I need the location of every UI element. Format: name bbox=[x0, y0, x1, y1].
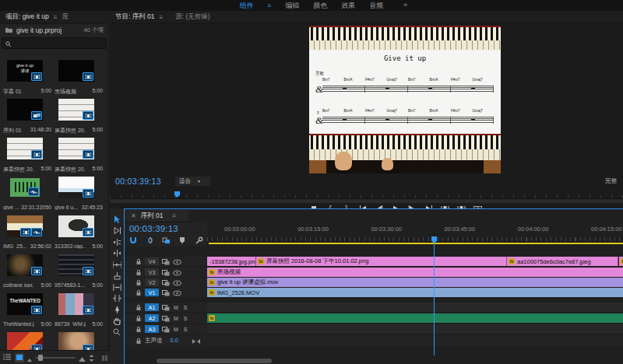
master-track-header[interactable]: 主声道0.0 bbox=[125, 335, 207, 345]
project-item[interactable]: IMG_25...32:56:02 bbox=[3, 215, 51, 237]
track-header-a3[interactable]: A3MS bbox=[125, 324, 207, 334]
hand-tool[interactable] bbox=[112, 317, 122, 326]
film-badge-icon[interactable] bbox=[31, 150, 42, 159]
track-target-a3[interactable]: A3 bbox=[145, 325, 159, 333]
project-item[interactable]: 屏幕快照 20...5:00 bbox=[55, 138, 103, 159]
search-input[interactable] bbox=[2, 37, 107, 49]
item-name[interactable]: TheWanted.jpg bbox=[3, 321, 34, 327]
item-thumbnail[interactable] bbox=[58, 215, 94, 237]
project-item[interactable]: give it up 讲课字幕 015:00 bbox=[3, 60, 51, 82]
workspace-tab-组件[interactable]: 组件 bbox=[240, 1, 254, 11]
film-badge-icon[interactable] bbox=[31, 306, 42, 314]
item-name[interactable]: 313302-rap... bbox=[55, 243, 86, 249]
item-name[interactable]: IMG_25... bbox=[3, 243, 27, 249]
timeline-clip[interactable]: fxgive it up 讲课虚拟.mov bbox=[207, 278, 623, 287]
fx-badge-icon[interactable]: fx bbox=[209, 289, 215, 296]
mute-button[interactable]: M bbox=[173, 305, 179, 310]
solo-button[interactable]: S bbox=[182, 316, 188, 321]
timeline-clip[interactable]: fxaa100075de6c0ac7e87.jpeg bbox=[507, 257, 618, 266]
item-thumbnail[interactable]: give it up 讲课 bbox=[7, 60, 43, 82]
sync-lock-icon[interactable] bbox=[162, 285, 170, 299]
item-name[interactable]: give ... bbox=[3, 205, 19, 210]
timeline-clip[interactable]: fx bbox=[207, 313, 623, 323]
razor-tool[interactable] bbox=[112, 271, 122, 281]
track-lane-v2[interactable]: fxgive it up 讲课虚拟.mov bbox=[207, 278, 623, 287]
film-badge-icon[interactable] bbox=[20, 228, 31, 236]
sort-icon[interactable] bbox=[89, 351, 94, 364]
timeline-clip[interactable]: fx屏幕快照 2016-08-08 下午10.01.02.png bbox=[256, 257, 507, 266]
fx-badge-icon[interactable]: fx bbox=[209, 315, 215, 321]
lock-icon[interactable] bbox=[136, 334, 142, 348]
track-target-v2[interactable]: V2 bbox=[145, 278, 159, 286]
rolling-edit-tool[interactable] bbox=[112, 249, 122, 258]
monitor-scrollbar[interactable] bbox=[110, 199, 623, 203]
film-badge-icon[interactable] bbox=[83, 72, 93, 81]
track-target-v4[interactable]: V4 bbox=[145, 257, 159, 265]
track-lane-a2[interactable]: fx bbox=[207, 313, 623, 323]
lock-icon[interactable] bbox=[136, 285, 142, 299]
panel-menu-icon[interactable]: ≡ bbox=[155, 14, 168, 21]
track-lane-a1[interactable] bbox=[207, 303, 623, 312]
track-lane-a3[interactable] bbox=[207, 324, 623, 334]
fx-badge-icon[interactable]: fx bbox=[209, 269, 215, 275]
item-name[interactable]: 屏幕快照 20... bbox=[3, 166, 34, 173]
workspace-tab-编辑[interactable]: 编辑 bbox=[285, 1, 299, 11]
item-thumbnail[interactable] bbox=[7, 215, 43, 237]
item-thumbnail[interactable] bbox=[58, 60, 94, 82]
film-badge-icon[interactable] bbox=[31, 72, 42, 81]
zoom-in-icon[interactable] bbox=[79, 351, 86, 364]
pen-tool[interactable] bbox=[112, 305, 122, 314]
track-target-a2[interactable]: A2 bbox=[145, 314, 159, 322]
workspace-tab-效果[interactable]: 效果 bbox=[341, 1, 355, 11]
item-name[interactable]: 屏幕快照 20... bbox=[55, 166, 86, 173]
collapse-icon[interactable] bbox=[192, 334, 200, 348]
item-name[interactable]: 屏幕快照 20... bbox=[55, 127, 86, 135]
zoom-out-icon[interactable] bbox=[27, 351, 32, 364]
project-item[interactable]: 313302-rap...5:00 bbox=[55, 215, 103, 237]
workspace-overflow-chevron[interactable]: » bbox=[403, 1, 407, 9]
item-thumbnail[interactable] bbox=[58, 254, 94, 276]
item-thumbnail[interactable] bbox=[10, 178, 40, 197]
solo-button[interactable]: S bbox=[182, 305, 188, 310]
track-lane-v1[interactable]: fxIMG_2526.MOV bbox=[207, 288, 623, 297]
fx-badge-icon[interactable]: fx bbox=[209, 279, 215, 285]
tab-source-monitor[interactable]: 源: (无剪辑) bbox=[175, 12, 209, 22]
item-name[interactable]: 9574583-1... bbox=[55, 282, 85, 288]
project-item[interactable]: 86739_WM.jpg5:00 bbox=[55, 293, 103, 315]
zoom-level-dropdown[interactable]: 适合 ▼ bbox=[175, 177, 210, 186]
item-name[interactable]: 序列 01 bbox=[3, 127, 22, 135]
audio-badge-icon[interactable] bbox=[31, 228, 42, 236]
item-thumbnail[interactable]: TheWANTED bbox=[7, 293, 43, 315]
master-level-value[interactable]: 0.0 bbox=[171, 337, 178, 344]
track-select-forward-tool[interactable] bbox=[112, 226, 122, 236]
mute-button[interactable]: M bbox=[173, 316, 179, 321]
audio-badge-icon[interactable] bbox=[28, 187, 39, 196]
track-target-v1[interactable]: V1 bbox=[145, 289, 159, 296]
sync-lock-icon[interactable] bbox=[162, 322, 170, 336]
project-item[interactable]: 屏幕快照 20...5:00 bbox=[55, 99, 103, 121]
workspace-tab-颜色[interactable]: 颜色 bbox=[313, 1, 327, 11]
project-item[interactable]: 屏幕快照 20...5:00 bbox=[3, 138, 51, 159]
workspace-tab-音频[interactable]: 音频 bbox=[369, 1, 383, 11]
track-lane-v4[interactable]: -15387238.jpg.pngfx屏幕快照 2016-08-08 下午10.… bbox=[207, 257, 623, 266]
film-badge-icon[interactable] bbox=[83, 267, 93, 275]
film-badge-icon[interactable] bbox=[83, 111, 93, 120]
timeline-clip[interactable]: -15387238.jpg.png bbox=[207, 257, 256, 266]
item-thumbnail[interactable] bbox=[58, 293, 94, 315]
film-badge-icon[interactable] bbox=[83, 306, 93, 314]
tab-program-monitor[interactable]: 节目: 序列 01 bbox=[110, 12, 155, 22]
item-thumbnail[interactable] bbox=[7, 138, 43, 159]
mute-button[interactable]: M bbox=[173, 327, 179, 332]
item-name[interactable]: give it u... bbox=[55, 205, 78, 210]
project-item[interactable]: 序列 0131:48:20 bbox=[3, 99, 51, 121]
tab-library[interactable]: 库 bbox=[62, 12, 69, 22]
project-bin-row[interactable]: give it up.prproj 40 个项 bbox=[0, 24, 107, 37]
item-name[interactable]: 黑场视频 bbox=[55, 88, 76, 96]
project-item[interactable]: give it u...32:45:23 bbox=[55, 177, 103, 198]
film-badge-icon[interactable] bbox=[31, 267, 42, 275]
tab-project[interactable]: 项目: give it up bbox=[0, 12, 49, 22]
icon-view-button[interactable] bbox=[15, 353, 24, 362]
item-thumbnail[interactable] bbox=[58, 138, 94, 159]
track-header-v1[interactable]: V1 bbox=[125, 288, 207, 297]
item-thumbnail[interactable] bbox=[7, 254, 43, 276]
